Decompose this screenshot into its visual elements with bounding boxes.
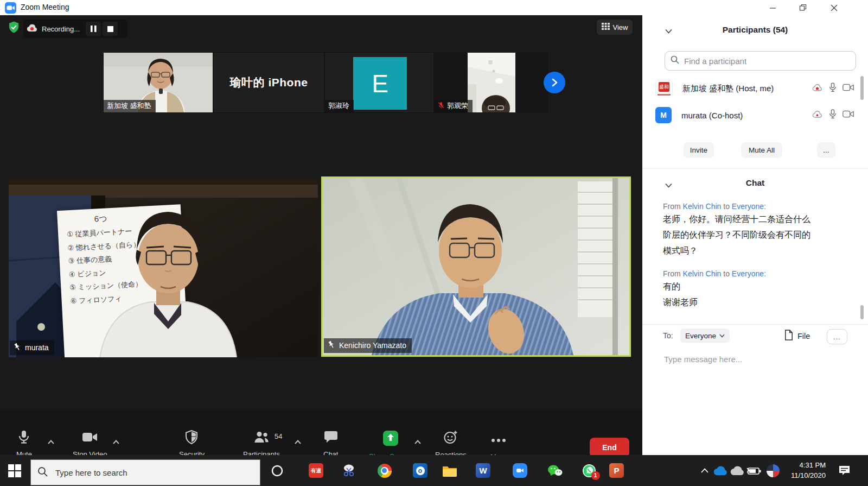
- cloud-status-icon[interactable]: [729, 463, 745, 478]
- participant-row-cohost[interactable]: M murata (Co-host): [655, 106, 856, 124]
- video-options-caret[interactable]: [113, 437, 119, 446]
- chat-message-input[interactable]: [663, 354, 850, 364]
- video-camera-icon: [843, 110, 854, 121]
- stop-recording-button[interactable]: [103, 22, 118, 36]
- view-button[interactable]: View: [597, 20, 633, 35]
- powerpoint-icon[interactable]: P: [609, 463, 624, 478]
- chat-scrollbar[interactable]: [860, 305, 864, 319]
- taskbar-search[interactable]: [30, 459, 260, 485]
- participant-name: murata: [25, 343, 49, 352]
- side-panel: Participants (54) 盛和 新加坡 盛和塾 (Host, me): [642, 15, 868, 455]
- video-camera-icon: [82, 430, 98, 446]
- taskbar-search-input[interactable]: [54, 468, 253, 478]
- participants-more-button[interactable]: ...: [817, 142, 835, 158]
- to-word: to: [723, 269, 730, 278]
- outlook-icon[interactable]: o: [412, 463, 428, 478]
- stop-video-button[interactable]: Stop Video: [73, 430, 107, 458]
- wechat-icon[interactable]: [547, 463, 563, 478]
- next-page-button[interactable]: [544, 72, 565, 93]
- from-label: From: [663, 269, 681, 278]
- video-background: [323, 178, 629, 355]
- avatar-letter: M: [660, 111, 667, 119]
- file-button[interactable]: File: [784, 330, 810, 343]
- pause-recording-button[interactable]: [86, 22, 101, 36]
- mic-icon: [829, 83, 837, 95]
- action-center-icon[interactable]: [837, 463, 852, 478]
- thumbnail-video-4[interactable]: 郭观荣: [434, 52, 548, 113]
- meeting-stage: Recording... View: [0, 15, 642, 455]
- participant-row-host[interactable]: 盛和 新加坡 盛和塾 (Host, me): [655, 79, 856, 98]
- avatar: 盛和: [655, 80, 673, 97]
- thumbnail-video-2[interactable]: 瑜叶的 iPhone: [213, 52, 324, 113]
- chat-more-button[interactable]: ...: [827, 329, 847, 344]
- cortana-icon[interactable]: [269, 463, 285, 478]
- end-meeting-button[interactable]: End: [590, 438, 629, 457]
- participants-count: 54: [275, 432, 282, 440]
- mute-button[interactable]: Mute: [16, 430, 32, 458]
- reactions-smiley-icon: [443, 430, 458, 447]
- main-video-murata[interactable]: 6つ ① 従業員パートナー ② 惚れさせる（自ら） ③ 仕事の意義 ④ ビジョン…: [9, 179, 318, 357]
- participant-name-tag: 郭观荣: [435, 100, 473, 112]
- windows-taskbar: 有道 o W: [0, 455, 868, 486]
- mic-icon: [17, 430, 30, 446]
- view-label: View: [613, 23, 628, 31]
- mute-all-button[interactable]: Mute All: [741, 142, 782, 158]
- security-button[interactable]: Security: [179, 430, 205, 458]
- participant-name-tag: 郭淑玲: [325, 100, 354, 112]
- recipient-dropdown[interactable]: Everyone: [680, 329, 730, 343]
- close-button[interactable]: [821, 0, 846, 15]
- taskbar-clock[interactable]: 4:31 PM 11/10/2020: [777, 460, 826, 481]
- chat-button[interactable]: Chat: [323, 430, 338, 458]
- participants-options-caret[interactable]: [295, 437, 301, 446]
- recording-cloud-icon: [25, 22, 39, 35]
- end-label: End: [602, 443, 616, 452]
- video-name-tag: Kenichiro Yamazato: [324, 338, 412, 353]
- window-title: Zoom Meeting: [21, 3, 69, 11]
- invite-button[interactable]: Invite: [684, 142, 714, 158]
- battery-icon[interactable]: [745, 463, 761, 478]
- sender-name[interactable]: Kelvin Chin: [683, 269, 722, 278]
- avatar-letter: E: [372, 69, 388, 98]
- participant-search-input[interactable]: [683, 56, 850, 66]
- target-name[interactable]: Everyone:: [732, 202, 766, 211]
- person-murata: [9, 179, 318, 357]
- word-icon[interactable]: W: [475, 463, 491, 478]
- main-video-kenichiro[interactable]: Kenichiro Yamazato: [321, 176, 631, 357]
- target-name[interactable]: Everyone:: [732, 269, 766, 278]
- search-icon: [37, 466, 48, 479]
- zoom-taskbar-icon[interactable]: [512, 463, 528, 478]
- chat-message-line: 老师，你好。请问经营十二条适合什么: [663, 214, 810, 225]
- participant-name: 新加坡 盛和塾 (Host, me): [682, 84, 812, 94]
- participants-panel-title: Participants (54): [642, 25, 868, 35]
- onedrive-icon[interactable]: [712, 463, 728, 478]
- pin-icon: [326, 339, 337, 351]
- zoom-app-icon: [5, 2, 16, 14]
- snipping-tool-icon[interactable]: [341, 463, 356, 478]
- tray-expand-caret[interactable]: [697, 463, 712, 478]
- mute-options-caret[interactable]: [48, 437, 54, 446]
- search-icon: [671, 55, 679, 66]
- thumbnail-video-1[interactable]: 新加坡 盛和塾: [103, 52, 213, 113]
- file-explorer-icon[interactable]: [442, 463, 457, 478]
- ppt-letter: P: [614, 466, 619, 475]
- start-button[interactable]: [7, 463, 22, 478]
- chat-input-area[interactable]: [663, 354, 847, 364]
- to-word: to: [723, 202, 730, 211]
- participant-search[interactable]: [665, 51, 856, 71]
- minimize-button[interactable]: [760, 0, 785, 15]
- participants-scrollbar[interactable]: [860, 76, 864, 100]
- thumbnail-video-3[interactable]: E 郭淑玲: [324, 52, 434, 113]
- chat-bubble-icon: [324, 430, 338, 446]
- share-options-caret[interactable]: [414, 437, 421, 446]
- sender-name[interactable]: Kelvin Chin: [683, 202, 722, 211]
- share-screen-icon: [382, 430, 399, 449]
- participant-name: 瑜叶的 iPhone: [214, 53, 324, 112]
- participant-video-feed: [468, 53, 515, 112]
- avatar-initial: E: [353, 57, 407, 110]
- chrome-icon[interactable]: [376, 463, 392, 478]
- video-camera-icon: [843, 83, 854, 94]
- youdao-dict-icon[interactable]: 有道: [308, 463, 324, 478]
- window-titlebar: Zoom Meeting: [0, 0, 868, 16]
- restore-button[interactable]: [790, 0, 815, 15]
- whatsapp-icon[interactable]: 1: [581, 463, 597, 478]
